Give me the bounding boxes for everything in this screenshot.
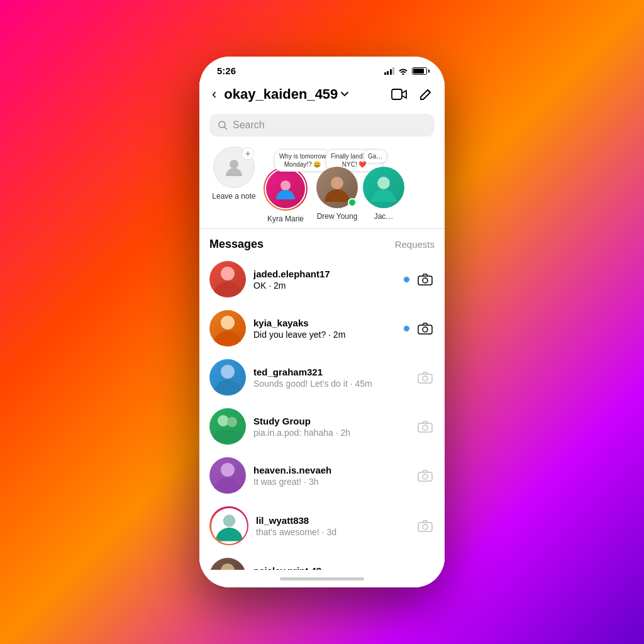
msg-username-study: Study Group [253, 416, 408, 426]
screen-content: ‹ okay_kaiden_459 [199, 80, 445, 587]
header: ‹ okay_kaiden_459 [199, 80, 445, 110]
leave-note-story[interactable]: + Leave a note [208, 147, 260, 223]
add-story-button[interactable]: + [242, 147, 254, 160]
status-icons [384, 67, 428, 75]
message-item[interactable]: kyia_kayaks Did you leave yet? · 2m [199, 304, 445, 353]
drew-avatar-wrapper [316, 167, 358, 208]
stories-row: + Leave a note Why is tomorrowMonday!? 😄 [199, 142, 445, 229]
msg-info-ted: ted_graham321 Sounds good! Let's do it ·… [253, 367, 408, 389]
msg-info-kyia: kyia_kayaks Did you leave yet? · 2m [253, 318, 396, 340]
svg-point-25 [221, 564, 235, 570]
home-bar [280, 577, 364, 580]
search-bar[interactable]: Search [209, 114, 435, 136]
svg-point-8 [423, 278, 428, 283]
msg-actions-ted [416, 368, 435, 387]
online-indicator [348, 198, 357, 207]
msg-info-jaded: jaded.elephant17 OK · 2m [253, 269, 396, 291]
camera-button[interactable] [416, 368, 435, 387]
msg-preview-lil-wyatt: that's awesome! · 3d [256, 527, 408, 537]
msg-username-heaven: heaven.is.nevaeh [253, 465, 408, 475]
msg-username-jaded: jaded.elephant17 [253, 269, 396, 279]
msg-actions-lil-wyatt [416, 516, 435, 535]
avatar-art-heaven [209, 457, 246, 494]
svg-point-24 [423, 525, 428, 530]
jac-avatar-art [368, 172, 399, 203]
drew-label: Drew Young [317, 212, 358, 221]
msg-preview-heaven: It was great! · 3h [253, 477, 408, 487]
leave-note-avatar: + [213, 147, 255, 188]
msg-actions-heaven [416, 466, 435, 485]
messages-title: Messages [209, 238, 264, 251]
avatar-art-ted [209, 359, 246, 396]
msg-avatar-lil-wyatt [211, 508, 247, 544]
story-note-drew: Finally landing inNYC! ❤️ [316, 167, 358, 208]
svg-point-4 [331, 177, 343, 189]
svg-point-16 [227, 417, 237, 427]
drew-avatar-art [321, 172, 353, 203]
msg-avatar-study-group [209, 408, 246, 445]
msg-username-paisley: paisley.print.48 [253, 565, 408, 570]
video-call-button[interactable] [391, 86, 408, 103]
message-item[interactable]: lil_wyatt838 that's awesome! · 3d [199, 500, 445, 552]
edit-icon [418, 87, 433, 102]
compose-button[interactable] [417, 86, 435, 103]
svg-point-11 [423, 327, 428, 332]
unread-indicator [404, 326, 409, 331]
msg-preview-kyia: Did you leave yet? · 2m [253, 330, 396, 340]
chevron-down-icon[interactable] [340, 90, 349, 99]
camera-button[interactable] [416, 516, 435, 535]
msg-username-kyia: kyia_kayaks [253, 318, 396, 328]
camera-icon-svg [418, 519, 433, 532]
status-bar: 5:26 [199, 57, 445, 80]
header-icons [391, 86, 435, 103]
messages-header: Messages Requests [199, 229, 445, 255]
story-kyra-marie[interactable]: Why is tomorrowMonday!? 😄 Kyra M [260, 147, 311, 223]
msg-info-lil-wyatt: lil_wyatt838 that's awesome! · 3d [256, 515, 408, 537]
msg-avatar-kyia [209, 310, 246, 347]
jac-avatar [363, 167, 404, 208]
search-placeholder: Search [233, 119, 265, 131]
msg-avatar-ted [209, 359, 246, 396]
camera-icon-svg [418, 371, 433, 384]
home-indicator [199, 570, 445, 587]
camera-icon-svg [418, 420, 433, 433]
camera-icon-svg [418, 469, 433, 482]
camera-button[interactable] [416, 270, 435, 289]
msg-avatar-jaded [209, 261, 246, 297]
status-time: 5:26 [217, 65, 236, 76]
kyra-avatar-art [274, 177, 297, 201]
msg-actions-jaded [404, 270, 435, 289]
camera-icon-svg [418, 322, 433, 335]
svg-point-2 [230, 160, 238, 169]
svg-rect-13 [418, 374, 432, 383]
kyra-story-ring [264, 167, 308, 211]
requests-button[interactable]: Requests [395, 239, 435, 250]
camera-button[interactable] [416, 466, 435, 485]
msg-info-study: Study Group pia.in.a.pod: hahaha · 2h [253, 416, 408, 438]
message-item[interactable]: Study Group pia.in.a.pod: hahaha · 2h [199, 402, 445, 451]
jac-label: Jac… [374, 212, 394, 221]
back-button[interactable]: ‹ [209, 85, 219, 104]
msg-avatar-paisley [209, 558, 246, 570]
msg-info-heaven: heaven.is.nevaeh It was great! · 3h [253, 465, 408, 487]
svg-rect-17 [418, 423, 432, 432]
svg-rect-0 [392, 89, 402, 99]
message-item[interactable]: ted_graham321 Sounds good! Let's do it ·… [199, 353, 445, 402]
msg-info-paisley: paisley.print.48 Whaaat?? · 8h [253, 565, 408, 570]
camera-button[interactable] [416, 417, 435, 436]
svg-point-22 [223, 514, 235, 527]
message-item[interactable]: paisley.print.48 Whaaat?? · 8h [199, 552, 445, 570]
message-item[interactable]: heaven.is.nevaeh It was great! · 3h [199, 451, 445, 500]
avatar-art-jaded [209, 261, 246, 297]
search-icon [218, 121, 228, 130]
search-bar-container: Search [199, 110, 445, 142]
message-item[interactable]: jaded.elephant17 OK · 2m [199, 255, 445, 304]
avatar-art-study [209, 408, 246, 445]
svg-point-6 [221, 267, 235, 280]
signal-icon [384, 67, 395, 75]
kyra-label: Kyra Marie [267, 214, 304, 223]
svg-rect-23 [418, 523, 432, 531]
story-jac[interactable]: Ga… Jac… [363, 147, 404, 223]
camera-button[interactable] [416, 319, 435, 338]
avatar-art-kyia [209, 310, 246, 347]
